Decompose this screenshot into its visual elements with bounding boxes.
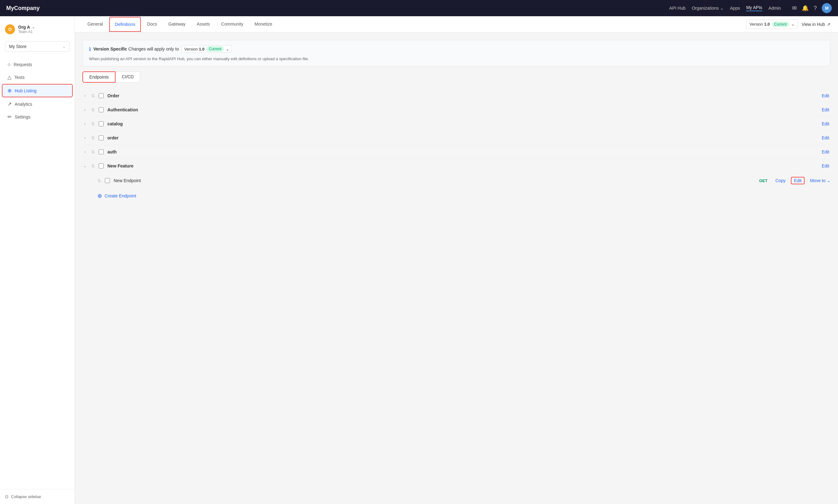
separator <box>807 178 807 183</box>
org-team: Team A1 <box>18 30 70 34</box>
tab-endpoints[interactable]: Endpoints <box>82 71 116 83</box>
tab-assets[interactable]: Assets <box>192 17 215 32</box>
endpoint-checkbox[interactable] <box>99 121 104 126</box>
endpoint-checkbox[interactable] <box>99 136 104 140</box>
drag-icon[interactable]: ⇅ <box>91 93 95 98</box>
main-content: General Definitions Docs Gateway Assets … <box>75 16 838 504</box>
drag-icon[interactable]: ⇅ <box>91 107 95 112</box>
sidebar-item-analytics[interactable]: ↗ Analytics <box>2 98 72 110</box>
external-link-icon: ↗ <box>827 22 831 27</box>
store-chevron-icon: ⌄ <box>63 44 66 49</box>
version-label: Version 1.0 <box>749 22 770 26</box>
nav-organizations[interactable]: Organizations ⌄ <box>692 6 724 11</box>
mail-icon[interactable]: ✉ <box>792 5 797 12</box>
endpoint-group-auth: › ⇅ auth Edit <box>82 145 831 159</box>
expand-icon[interactable]: › <box>82 150 87 154</box>
tab-definitions[interactable]: Definitions <box>109 17 141 32</box>
org-info: Org A ⌄ Team A1 <box>18 25 70 34</box>
expand-icon[interactable]: › <box>82 108 87 112</box>
edit-link[interactable]: Edit <box>822 149 831 155</box>
nav-my-apis[interactable]: My APIs <box>746 5 762 11</box>
endpoint-name: Authentication <box>107 107 818 112</box>
sub-endpoint-row: ⇅ New Endpoint GET Copy Edit Move to ⌄ <box>82 173 831 188</box>
hub-listing-icon: ⊕ <box>7 88 12 93</box>
edit-link[interactable]: Edit <box>822 121 831 126</box>
edit-link[interactable]: Edit <box>822 163 831 168</box>
endpoint-checkbox[interactable] <box>99 93 104 98</box>
drag-icon[interactable]: ⇅ <box>91 136 95 140</box>
edit-link[interactable]: Edit <box>822 136 831 140</box>
move-to-button[interactable]: Move to ⌄ <box>810 178 831 183</box>
sub-nav-right: Version 1.0 Current ⌄ View in Hub ↗ <box>746 20 831 29</box>
move-chevron-icon: ⌄ <box>827 178 831 183</box>
endpoint-group-order: › ⇅ Order Edit <box>82 89 831 103</box>
version-inline-chevron-icon: ⌄ <box>226 47 229 52</box>
sub-drag-icon[interactable]: ⇅ <box>98 178 101 183</box>
avatar[interactable]: M <box>822 3 832 13</box>
info-banner-description: When publishing an API version to the Ra… <box>89 56 824 61</box>
endpoint-name: New Feature <box>107 163 818 168</box>
endpoint-name: catalog <box>107 121 818 126</box>
edit-link[interactable]: Edit <box>822 107 831 112</box>
endpoint-checkbox[interactable] <box>99 107 104 112</box>
view-in-hub-button[interactable]: View in Hub ↗ <box>802 22 831 27</box>
tab-docs[interactable]: Docs <box>142 17 162 32</box>
tab-community[interactable]: Community <box>216 17 248 32</box>
version-specific-label: Version Specific Changes will apply only… <box>93 47 179 52</box>
expand-icon[interactable]: › <box>82 122 87 126</box>
page-content: ℹ Version Specific Changes will apply on… <box>75 33 838 209</box>
endpoint-checkbox[interactable] <box>99 149 104 155</box>
nav-apps[interactable]: Apps <box>730 6 740 11</box>
tests-icon: △ <box>7 74 11 80</box>
version-chevron-icon: ⌄ <box>791 22 794 26</box>
method-badge: GET <box>759 178 771 183</box>
expand-icon[interactable]: › <box>82 136 87 140</box>
edit-link-highlighted[interactable]: Edit <box>791 177 805 184</box>
sidebar: O Org A ⌄ Team A1 My Store ⌄ ○ Requests … <box>0 16 75 504</box>
nav-api-hub[interactable]: API Hub <box>669 6 686 11</box>
sub-nav: General Definitions Docs Gateway Assets … <box>75 16 838 33</box>
tab-general[interactable]: General <box>82 17 108 32</box>
drag-icon[interactable]: ⇅ <box>91 149 95 155</box>
org-section[interactable]: O Org A ⌄ Team A1 <box>0 21 74 37</box>
store-selector[interactable]: My Store ⌄ <box>5 41 70 52</box>
sidebar-item-label: Tests <box>14 75 25 80</box>
sidebar-nav: ○ Requests △ Tests ⊕ Hub Listing ↗ Analy… <box>0 58 74 489</box>
nav-admin[interactable]: Admin <box>768 6 781 11</box>
info-icon: ℹ <box>89 46 91 52</box>
endpoint-group-catalog: › ⇅ catalog Edit <box>82 117 831 131</box>
sidebar-item-requests[interactable]: ○ Requests <box>2 59 72 71</box>
tab-gateway[interactable]: Gateway <box>163 17 190 32</box>
create-endpoint-button[interactable]: ⊕ Create Endpoint <box>82 188 831 201</box>
requests-icon: ○ <box>7 62 11 67</box>
drag-icon[interactable]: ⇅ <box>91 163 95 168</box>
bell-icon[interactable]: 🔔 <box>802 5 809 12</box>
table-row: › ⇅ Order Edit <box>82 89 831 103</box>
sub-endpoint-checkbox[interactable] <box>105 178 110 183</box>
version-inline-badge: Current <box>206 46 224 52</box>
endpoint-checkbox[interactable] <box>99 163 104 168</box>
brand-logo: MyCompany <box>6 5 40 12</box>
drag-icon[interactable]: ⇅ <box>91 121 95 126</box>
expand-icon[interactable]: ⌄ <box>82 164 87 168</box>
tab-monetize[interactable]: Monetize <box>250 17 277 32</box>
endpoint-name: Order <box>107 93 818 98</box>
sidebar-item-label: Analytics <box>15 102 32 107</box>
version-selector[interactable]: Version 1.0 Current ⌄ <box>746 20 798 29</box>
table-row: › ⇅ catalog Edit <box>82 117 831 131</box>
expand-icon[interactable]: › <box>82 93 87 98</box>
collapse-sidebar-button[interactable]: ⊡ Collapse sidebar <box>5 494 70 499</box>
tab-cicd[interactable]: CI/CD <box>116 71 140 83</box>
settings-icon: ✏ <box>7 114 12 120</box>
endpoint-group-order2: › ⇅ order Edit <box>82 131 831 145</box>
create-icon: ⊕ <box>98 193 102 199</box>
version-inline-selector[interactable]: Version 1.0 Current ⌄ <box>182 45 232 53</box>
sidebar-item-tests[interactable]: △ Tests <box>2 71 72 83</box>
org-icon: O <box>5 24 15 34</box>
sidebar-item-settings[interactable]: ✏ Settings <box>2 111 72 123</box>
copy-link[interactable]: Copy <box>775 178 786 183</box>
chevron-down-icon: ⌄ <box>32 25 35 29</box>
edit-link[interactable]: Edit <box>822 93 831 98</box>
sidebar-item-hub-listing[interactable]: ⊕ Hub Listing <box>2 84 73 97</box>
help-icon[interactable]: ? <box>814 5 817 12</box>
